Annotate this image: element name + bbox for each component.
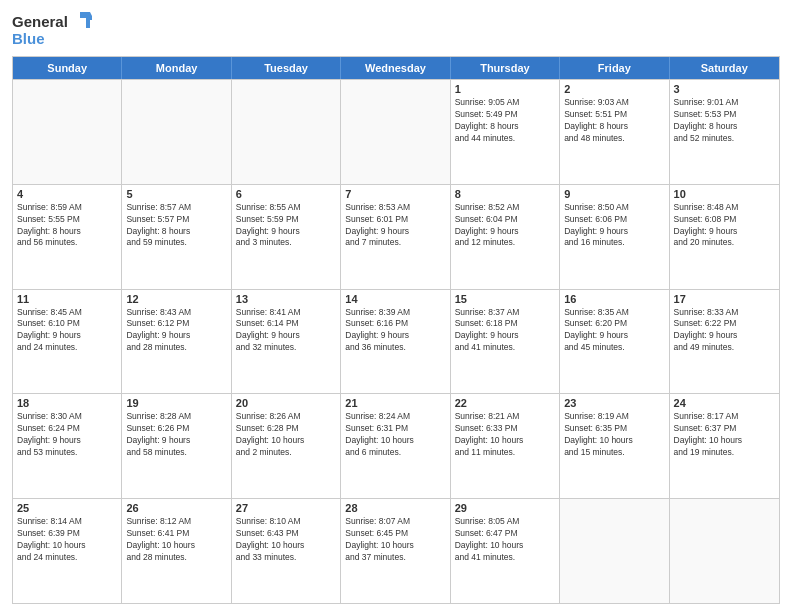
day-number: 14 bbox=[345, 293, 445, 305]
day-number: 6 bbox=[236, 188, 336, 200]
day-number: 4 bbox=[17, 188, 117, 200]
day-info: Sunrise: 8:19 AM Sunset: 6:35 PM Dayligh… bbox=[564, 411, 664, 459]
day-number: 12 bbox=[126, 293, 226, 305]
day-cell-25: 25Sunrise: 8:14 AM Sunset: 6:39 PM Dayli… bbox=[13, 499, 122, 603]
day-header-wednesday: Wednesday bbox=[341, 57, 450, 79]
day-number: 1 bbox=[455, 83, 555, 95]
day-number: 16 bbox=[564, 293, 664, 305]
day-cell-10: 10Sunrise: 8:48 AM Sunset: 6:08 PM Dayli… bbox=[670, 185, 779, 289]
calendar-row-0: 1Sunrise: 9:05 AM Sunset: 5:49 PM Daylig… bbox=[13, 79, 779, 184]
day-cell-27: 27Sunrise: 8:10 AM Sunset: 6:43 PM Dayli… bbox=[232, 499, 341, 603]
day-header-friday: Friday bbox=[560, 57, 669, 79]
day-info: Sunrise: 8:17 AM Sunset: 6:37 PM Dayligh… bbox=[674, 411, 775, 459]
calendar-row-1: 4Sunrise: 8:59 AM Sunset: 5:55 PM Daylig… bbox=[13, 184, 779, 289]
day-number: 13 bbox=[236, 293, 336, 305]
day-cell-17: 17Sunrise: 8:33 AM Sunset: 6:22 PM Dayli… bbox=[670, 290, 779, 394]
day-info: Sunrise: 8:39 AM Sunset: 6:16 PM Dayligh… bbox=[345, 307, 445, 355]
day-header-saturday: Saturday bbox=[670, 57, 779, 79]
calendar-header: SundayMondayTuesdayWednesdayThursdayFrid… bbox=[13, 57, 779, 79]
day-cell-13: 13Sunrise: 8:41 AM Sunset: 6:14 PM Dayli… bbox=[232, 290, 341, 394]
day-header-sunday: Sunday bbox=[13, 57, 122, 79]
day-cell-24: 24Sunrise: 8:17 AM Sunset: 6:37 PM Dayli… bbox=[670, 394, 779, 498]
day-header-monday: Monday bbox=[122, 57, 231, 79]
day-cell-6: 6Sunrise: 8:55 AM Sunset: 5:59 PM Daylig… bbox=[232, 185, 341, 289]
svg-text:General: General bbox=[12, 13, 68, 30]
day-cell-empty-0-0 bbox=[13, 80, 122, 184]
day-cell-7: 7Sunrise: 8:53 AM Sunset: 6:01 PM Daylig… bbox=[341, 185, 450, 289]
day-info: Sunrise: 8:41 AM Sunset: 6:14 PM Dayligh… bbox=[236, 307, 336, 355]
day-cell-4: 4Sunrise: 8:59 AM Sunset: 5:55 PM Daylig… bbox=[13, 185, 122, 289]
day-number: 3 bbox=[674, 83, 775, 95]
day-info: Sunrise: 8:57 AM Sunset: 5:57 PM Dayligh… bbox=[126, 202, 226, 250]
logo-icon: General Blue bbox=[12, 10, 92, 50]
day-number: 2 bbox=[564, 83, 664, 95]
day-number: 23 bbox=[564, 397, 664, 409]
day-cell-18: 18Sunrise: 8:30 AM Sunset: 6:24 PM Dayli… bbox=[13, 394, 122, 498]
day-number: 28 bbox=[345, 502, 445, 514]
day-info: Sunrise: 8:43 AM Sunset: 6:12 PM Dayligh… bbox=[126, 307, 226, 355]
day-info: Sunrise: 8:37 AM Sunset: 6:18 PM Dayligh… bbox=[455, 307, 555, 355]
day-number: 25 bbox=[17, 502, 117, 514]
day-cell-22: 22Sunrise: 8:21 AM Sunset: 6:33 PM Dayli… bbox=[451, 394, 560, 498]
day-cell-29: 29Sunrise: 8:05 AM Sunset: 6:47 PM Dayli… bbox=[451, 499, 560, 603]
day-number: 21 bbox=[345, 397, 445, 409]
day-info: Sunrise: 9:05 AM Sunset: 5:49 PM Dayligh… bbox=[455, 97, 555, 145]
day-cell-20: 20Sunrise: 8:26 AM Sunset: 6:28 PM Dayli… bbox=[232, 394, 341, 498]
day-number: 19 bbox=[126, 397, 226, 409]
day-cell-empty-4-6 bbox=[670, 499, 779, 603]
day-header-thursday: Thursday bbox=[451, 57, 560, 79]
day-number: 7 bbox=[345, 188, 445, 200]
page: General Blue SundayMondayTuesdayWednesda… bbox=[0, 0, 792, 612]
day-number: 22 bbox=[455, 397, 555, 409]
day-cell-23: 23Sunrise: 8:19 AM Sunset: 6:35 PM Dayli… bbox=[560, 394, 669, 498]
day-info: Sunrise: 8:55 AM Sunset: 5:59 PM Dayligh… bbox=[236, 202, 336, 250]
calendar-row-4: 25Sunrise: 8:14 AM Sunset: 6:39 PM Dayli… bbox=[13, 498, 779, 603]
day-cell-empty-0-1 bbox=[122, 80, 231, 184]
day-info: Sunrise: 8:07 AM Sunset: 6:45 PM Dayligh… bbox=[345, 516, 445, 564]
day-cell-8: 8Sunrise: 8:52 AM Sunset: 6:04 PM Daylig… bbox=[451, 185, 560, 289]
day-cell-2: 2Sunrise: 9:03 AM Sunset: 5:51 PM Daylig… bbox=[560, 80, 669, 184]
day-info: Sunrise: 8:26 AM Sunset: 6:28 PM Dayligh… bbox=[236, 411, 336, 459]
day-header-tuesday: Tuesday bbox=[232, 57, 341, 79]
header: General Blue bbox=[12, 10, 780, 50]
day-number: 15 bbox=[455, 293, 555, 305]
day-number: 26 bbox=[126, 502, 226, 514]
day-cell-empty-0-2 bbox=[232, 80, 341, 184]
day-cell-5: 5Sunrise: 8:57 AM Sunset: 5:57 PM Daylig… bbox=[122, 185, 231, 289]
day-number: 24 bbox=[674, 397, 775, 409]
day-info: Sunrise: 8:52 AM Sunset: 6:04 PM Dayligh… bbox=[455, 202, 555, 250]
day-cell-empty-4-5 bbox=[560, 499, 669, 603]
day-number: 5 bbox=[126, 188, 226, 200]
day-cell-12: 12Sunrise: 8:43 AM Sunset: 6:12 PM Dayli… bbox=[122, 290, 231, 394]
day-info: Sunrise: 8:10 AM Sunset: 6:43 PM Dayligh… bbox=[236, 516, 336, 564]
day-cell-21: 21Sunrise: 8:24 AM Sunset: 6:31 PM Dayli… bbox=[341, 394, 450, 498]
day-number: 11 bbox=[17, 293, 117, 305]
day-number: 10 bbox=[674, 188, 775, 200]
day-cell-14: 14Sunrise: 8:39 AM Sunset: 6:16 PM Dayli… bbox=[341, 290, 450, 394]
calendar: SundayMondayTuesdayWednesdayThursdayFrid… bbox=[12, 56, 780, 604]
day-info: Sunrise: 9:03 AM Sunset: 5:51 PM Dayligh… bbox=[564, 97, 664, 145]
day-cell-9: 9Sunrise: 8:50 AM Sunset: 6:06 PM Daylig… bbox=[560, 185, 669, 289]
day-info: Sunrise: 8:45 AM Sunset: 6:10 PM Dayligh… bbox=[17, 307, 117, 355]
day-cell-26: 26Sunrise: 8:12 AM Sunset: 6:41 PM Dayli… bbox=[122, 499, 231, 603]
day-cell-3: 3Sunrise: 9:01 AM Sunset: 5:53 PM Daylig… bbox=[670, 80, 779, 184]
day-info: Sunrise: 8:21 AM Sunset: 6:33 PM Dayligh… bbox=[455, 411, 555, 459]
day-number: 20 bbox=[236, 397, 336, 409]
day-cell-15: 15Sunrise: 8:37 AM Sunset: 6:18 PM Dayli… bbox=[451, 290, 560, 394]
day-info: Sunrise: 8:14 AM Sunset: 6:39 PM Dayligh… bbox=[17, 516, 117, 564]
day-cell-empty-0-3 bbox=[341, 80, 450, 184]
day-info: Sunrise: 8:59 AM Sunset: 5:55 PM Dayligh… bbox=[17, 202, 117, 250]
day-number: 18 bbox=[17, 397, 117, 409]
day-cell-11: 11Sunrise: 8:45 AM Sunset: 6:10 PM Dayli… bbox=[13, 290, 122, 394]
day-info: Sunrise: 8:05 AM Sunset: 6:47 PM Dayligh… bbox=[455, 516, 555, 564]
logo: General Blue bbox=[12, 10, 92, 50]
day-info: Sunrise: 8:33 AM Sunset: 6:22 PM Dayligh… bbox=[674, 307, 775, 355]
calendar-row-2: 11Sunrise: 8:45 AM Sunset: 6:10 PM Dayli… bbox=[13, 289, 779, 394]
day-info: Sunrise: 8:50 AM Sunset: 6:06 PM Dayligh… bbox=[564, 202, 664, 250]
day-info: Sunrise: 8:28 AM Sunset: 6:26 PM Dayligh… bbox=[126, 411, 226, 459]
day-info: Sunrise: 8:30 AM Sunset: 6:24 PM Dayligh… bbox=[17, 411, 117, 459]
svg-text:Blue: Blue bbox=[12, 30, 45, 47]
calendar-body: 1Sunrise: 9:05 AM Sunset: 5:49 PM Daylig… bbox=[13, 79, 779, 603]
day-number: 9 bbox=[564, 188, 664, 200]
day-number: 27 bbox=[236, 502, 336, 514]
